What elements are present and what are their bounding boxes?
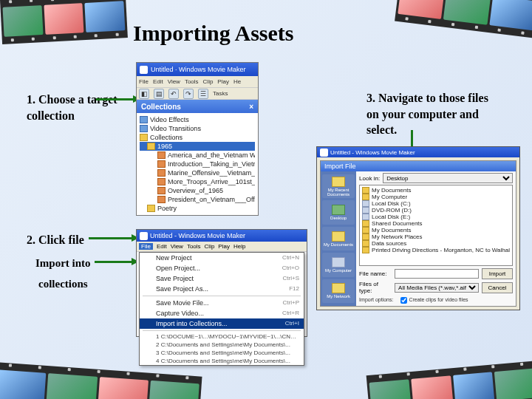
- tasks-button[interactable]: ☰: [198, 89, 208, 99]
- file-list-item[interactable]: My Computer: [361, 194, 511, 200]
- place-item[interactable]: My Documents: [322, 227, 355, 250]
- video-icon: [140, 125, 148, 132]
- tree-item-label: Video Transitions: [150, 125, 201, 132]
- toolbar-button[interactable]: ◧: [139, 89, 149, 99]
- tree-item[interactable]: President_on_Vietnam___Offers_P: [140, 195, 255, 204]
- folder-icon: [140, 134, 148, 141]
- tree-item[interactable]: Video Transitions: [140, 124, 255, 133]
- menu-view[interactable]: View: [171, 243, 183, 250]
- tree-item[interactable]: Poetry: [140, 204, 255, 213]
- file-list-item[interactable]: Data sources: [361, 240, 511, 247]
- menubar[interactable]: FileEditViewToolsClipPlayHe: [137, 76, 258, 88]
- file-list-item[interactable]: Local Disk (E:): [361, 214, 511, 220]
- folder-icon: [332, 205, 345, 215]
- menu-item[interactable]: Open Project...Ctrl+O: [140, 263, 304, 273]
- folder-icon: [157, 196, 166, 203]
- menu-help[interactable]: Help: [233, 243, 245, 250]
- toolbar-button[interactable]: ↷: [183, 89, 194, 99]
- tree-item[interactable]: Video Effects: [140, 115, 255, 124]
- tree-item[interactable]: America_and_the_Vietnam War: [140, 151, 255, 160]
- arrow-icon: [96, 98, 134, 100]
- file-list-item[interactable]: My Network Places: [361, 233, 511, 240]
- tree-item[interactable]: Introduction__Taking_in_Vietnar: [140, 160, 255, 168]
- app-icon: [140, 66, 148, 74]
- tree-item-label: Video Effects: [150, 116, 189, 123]
- folder-icon: [332, 231, 345, 242]
- menu-view[interactable]: View: [168, 78, 180, 85]
- menu-he[interactable]: He: [233, 78, 241, 85]
- close-icon[interactable]: ×: [249, 103, 253, 111]
- tree-item-label: President_on_Vietnam___Offers_P: [168, 196, 255, 203]
- file-menu-dropdown[interactable]: New ProjectCtrl+NOpen Project...Ctrl+OSa…: [139, 252, 304, 366]
- tree-item[interactable]: 1965: [140, 142, 255, 151]
- step-3-label: 3. Navigate to those files on your compu…: [366, 90, 492, 138]
- filename-input[interactable]: [395, 269, 479, 279]
- menu-item[interactable]: Import into Collections...Ctrl+I: [140, 318, 304, 329]
- place-item[interactable]: Desktop: [322, 200, 355, 224]
- tree-item[interactable]: Marine_Offensive__Vietnam_Land: [140, 168, 255, 177]
- app-icon: [140, 232, 148, 240]
- screenshot-file-menu: Untitled - Windows Movie Maker FileEditV…: [136, 229, 307, 337]
- create-clips-checkbox[interactable]: Create clips for video files: [400, 297, 468, 304]
- tree-item[interactable]: Collections: [140, 133, 255, 142]
- menu-item[interactable]: Save Movie File...Ctrl+P: [140, 298, 304, 308]
- toolbar-button[interactable]: ▤: [154, 89, 164, 99]
- place-item[interactable]: My Computer: [322, 253, 355, 276]
- recent-file[interactable]: 2 C:\Documents and Settings\me\My Docume…: [140, 341, 304, 349]
- file-list-item[interactable]: My Documents: [361, 187, 511, 194]
- window-title: Untitled - Windows Movie Maker: [330, 149, 415, 156]
- folder-icon: [147, 205, 155, 212]
- lookin-select[interactable]: Desktop: [383, 173, 513, 183]
- menu-clip[interactable]: Clip: [203, 78, 214, 85]
- filetype-label: Files of type:: [359, 281, 392, 294]
- folder-icon: [147, 143, 155, 150]
- menu-item[interactable]: Save ProjectCtrl+S: [140, 273, 304, 284]
- menu-clip[interactable]: Clip: [205, 243, 215, 250]
- place-item[interactable]: My Recent Documents: [322, 174, 355, 198]
- menu-tools[interactable]: Tools: [187, 243, 201, 250]
- menu-file[interactable]: File: [139, 78, 149, 85]
- window-title: Untitled - Windows Movie Maker: [150, 232, 245, 239]
- app-icon: [320, 149, 328, 157]
- collections-tree[interactable]: Video EffectsVideo TransitionsCollection…: [137, 113, 258, 215]
- recent-file[interactable]: 1 C:\DOCUME~1\...\MYDOCU~1\MYVIDE~1\...\…: [140, 332, 304, 341]
- toolbar[interactable]: ◧ ▤ ↶ ↷ ☰ Tasks: [137, 88, 258, 100]
- toolbar-button[interactable]: ↶: [168, 89, 179, 99]
- tree-item-label: 1965: [157, 143, 172, 150]
- file-list[interactable]: My DocumentsMy ComputerLocal Disk (C:)DV…: [359, 185, 513, 266]
- file-list-item[interactable]: Printed Driving Directions - Morganton, …: [361, 247, 511, 253]
- places-bar[interactable]: My Recent DocumentsDesktopMy DocumentsMy…: [321, 171, 356, 306]
- file-list-item[interactable]: My Documents: [361, 227, 511, 233]
- cancel-button[interactable]: Cancel: [482, 282, 513, 293]
- folder-icon: [332, 177, 345, 187]
- file-list-item[interactable]: DVD-ROM (D:): [361, 207, 511, 214]
- menubar[interactable]: FileEditViewToolsClipPlayHelp: [137, 242, 307, 252]
- filmstrip-decoration: [395, 0, 532, 38]
- folder-icon: [362, 220, 369, 227]
- recent-file[interactable]: 3 C:\Documents and Settings\me\My Docume…: [140, 349, 304, 357]
- tree-item[interactable]: Overview_of_1965: [140, 186, 255, 195]
- tree-item-label: More_Troops_Arrive__101st_Airb: [168, 178, 255, 185]
- menu-tools[interactable]: Tools: [185, 78, 199, 85]
- place-item[interactable]: My Network: [322, 279, 355, 303]
- file-list-item[interactable]: Local Disk (C:): [361, 200, 511, 207]
- arrow-icon: [89, 237, 133, 239]
- menu-play[interactable]: Play: [218, 243, 230, 250]
- filetype-select[interactable]: All Media Files (*.wav,*.aif,*.aiff,*.mp…: [395, 283, 479, 293]
- import-file-dialog: Import File My Recent DocumentsDesktopMy…: [320, 160, 516, 307]
- file-list-item[interactable]: Shared Documents: [361, 220, 511, 227]
- menu-item[interactable]: New ProjectCtrl+N: [140, 253, 304, 263]
- menu-item[interactable]: Save Project As...F12: [140, 284, 304, 294]
- tree-item[interactable]: More_Troops_Arrive__101st_Airb: [140, 177, 255, 186]
- import-button[interactable]: Import: [482, 268, 513, 279]
- filmstrip-decoration: [0, 0, 128, 44]
- menu-edit[interactable]: Edit: [153, 78, 163, 85]
- menu-play[interactable]: Play: [217, 78, 229, 85]
- menu-item[interactable]: Capture Video...Ctrl+R: [140, 308, 304, 318]
- menu-edit[interactable]: Edit: [157, 243, 167, 250]
- recent-file[interactable]: 4 C:\Documents and Settings\me\My Docume…: [140, 357, 304, 365]
- folder-icon: [362, 194, 369, 200]
- tasks-label: Tasks: [213, 90, 228, 97]
- drive-icon: [362, 207, 369, 214]
- menu-file[interactable]: File: [139, 243, 153, 250]
